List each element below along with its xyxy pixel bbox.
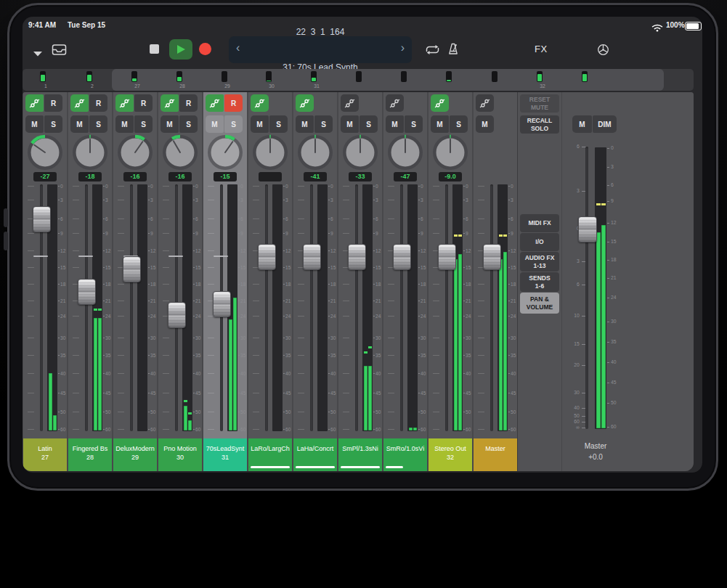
fader-cap[interactable] <box>258 244 276 270</box>
mute-button[interactable]: M <box>431 115 449 133</box>
track-label-master[interactable]: Master <box>474 438 517 471</box>
pan-knob[interactable] <box>341 133 380 172</box>
settings-gear-icon[interactable] <box>596 43 610 60</box>
record-enable-button[interactable]: R <box>224 94 243 112</box>
mute-button[interactable]: M <box>115 115 134 133</box>
view-button-sends[interactable]: SENDS 1-6 <box>520 272 559 292</box>
record-enable-button[interactable]: R <box>44 94 62 112</box>
fader-cap[interactable] <box>78 279 96 305</box>
library-tray-icon[interactable] <box>52 44 67 59</box>
view-button-audio-fx[interactable]: AUDIO FX 1-13 <box>520 252 559 271</box>
solo-button[interactable]: S <box>179 115 198 133</box>
track-label-laha-concrt[interactable]: LaHa/Concrt <box>293 438 337 471</box>
master-mute-button[interactable]: M <box>572 115 592 133</box>
mute-button[interactable]: M <box>70 115 89 133</box>
fader-cap[interactable] <box>168 302 186 328</box>
mute-button[interactable]: M <box>296 115 314 133</box>
reset-mute-button[interactable]: RESET MUTE <box>520 94 559 113</box>
solo-button[interactable]: S <box>224 115 243 133</box>
pan-knob[interactable] <box>431 133 470 172</box>
track-label-laro-largch[interactable]: LaRo/LargCh <box>248 438 292 471</box>
master-dim-button[interactable]: DIM <box>593 115 617 133</box>
track-label-smpl-1-3sni[interactable]: SmPl/1.3sNi <box>338 438 382 471</box>
solo-button[interactable]: S <box>44 115 62 133</box>
fx-button[interactable]: FX <box>535 44 548 54</box>
solo-button[interactable]: S <box>360 115 378 133</box>
cycle-icon[interactable] <box>424 44 441 58</box>
record-enable-button[interactable]: R <box>89 94 107 112</box>
lcd-display[interactable]: ‹ 22 3 1 164 31: 70s Lead Synth › <box>229 36 412 63</box>
automation-button[interactable] <box>431 94 449 112</box>
meter-scale-label: 0 <box>421 183 429 188</box>
track-overview-ruler[interactable]: 12272829303132 <box>23 69 694 91</box>
record-enable-button[interactable]: R <box>134 94 153 112</box>
fader-cap[interactable] <box>483 244 501 270</box>
automation-button[interactable] <box>251 94 269 112</box>
track-label-fingered-bs[interactable]: Fingered Bs28 <box>68 438 112 471</box>
meter-tick <box>508 186 511 187</box>
pan-knob[interactable] <box>386 133 425 172</box>
fader-cap[interactable] <box>393 244 411 270</box>
solo-button[interactable]: S <box>450 115 468 133</box>
pan-knob[interactable] <box>296 133 335 172</box>
automation-button[interactable] <box>206 94 224 112</box>
track-label-70sleadsynt[interactable]: 70sLeadSynt31 <box>203 438 247 471</box>
stop-button[interactable] <box>150 44 159 54</box>
view-button-midi-fx[interactable]: MIDI FX <box>520 214 559 232</box>
automation-button[interactable] <box>386 94 404 112</box>
mute-button[interactable]: M <box>386 115 404 133</box>
automation-button[interactable] <box>341 94 359 112</box>
solo-button[interactable]: S <box>405 115 423 133</box>
volume-down-button[interactable] <box>4 232 8 250</box>
track-label-latin[interactable]: Latin27 <box>23 438 67 471</box>
record-enable-button[interactable]: R <box>179 94 198 112</box>
solo-button[interactable]: S <box>134 115 153 133</box>
pan-knob[interactable] <box>115 133 155 172</box>
fader-cap[interactable] <box>213 291 231 317</box>
pan-knob[interactable] <box>206 133 245 172</box>
meter-tick <box>103 200 105 200</box>
mute-button[interactable]: M <box>25 115 44 133</box>
fader-tick <box>208 233 214 234</box>
solo-button[interactable]: S <box>89 115 107 133</box>
mute-button[interactable]: M <box>251 115 269 133</box>
automation-button[interactable] <box>115 94 134 112</box>
record-button[interactable] <box>199 43 211 55</box>
mute-button[interactable]: M <box>206 115 224 133</box>
recall-solo-button[interactable]: RECALL SOLO <box>520 115 559 134</box>
mute-button[interactable]: M <box>476 115 494 133</box>
master-fader-cap[interactable] <box>578 216 597 242</box>
fader-cap[interactable] <box>303 244 321 270</box>
automation-button[interactable] <box>25 94 44 112</box>
view-button-pan-volume[interactable]: PAN & VOLUME <box>520 293 559 314</box>
volume-up-button[interactable] <box>4 208 8 227</box>
view-button-io[interactable]: I/O <box>520 233 559 251</box>
automation-icon <box>163 97 176 110</box>
lcd-next-icon[interactable]: › <box>401 42 405 54</box>
pan-knob[interactable] <box>251 133 290 172</box>
lcd-prev-icon[interactable]: ‹ <box>236 42 240 54</box>
pan-knob[interactable] <box>161 133 200 172</box>
solo-button[interactable]: S <box>269 115 288 133</box>
automation-button[interactable] <box>296 94 314 112</box>
disclosure-chevron-icon[interactable] <box>33 46 43 60</box>
fader-cap[interactable] <box>438 244 456 270</box>
meter-tick <box>238 250 240 251</box>
automation-button[interactable] <box>476 94 494 112</box>
solo-button[interactable]: S <box>314 115 333 133</box>
mute-button[interactable]: M <box>161 115 179 133</box>
fader-cap[interactable] <box>348 244 366 270</box>
automation-button[interactable] <box>161 94 179 112</box>
pan-knob[interactable] <box>25 133 65 172</box>
pan-knob[interactable] <box>70 133 110 172</box>
fader-cap[interactable] <box>123 256 141 282</box>
track-label-stereo-out[interactable]: Stereo Out32 <box>429 438 472 471</box>
track-label-deluxmodern[interactable]: DeluxModern29 <box>113 438 157 471</box>
fader-cap[interactable] <box>33 206 51 232</box>
metronome-icon[interactable] <box>447 43 459 58</box>
automation-button[interactable] <box>70 94 89 112</box>
track-label-smro-1-0svi[interactable]: SmRo/1.0sVi <box>383 438 427 471</box>
track-label-pno-motion[interactable]: Pno Motion30 <box>158 438 202 471</box>
mute-button[interactable]: M <box>341 115 359 133</box>
play-button[interactable] <box>169 39 192 60</box>
